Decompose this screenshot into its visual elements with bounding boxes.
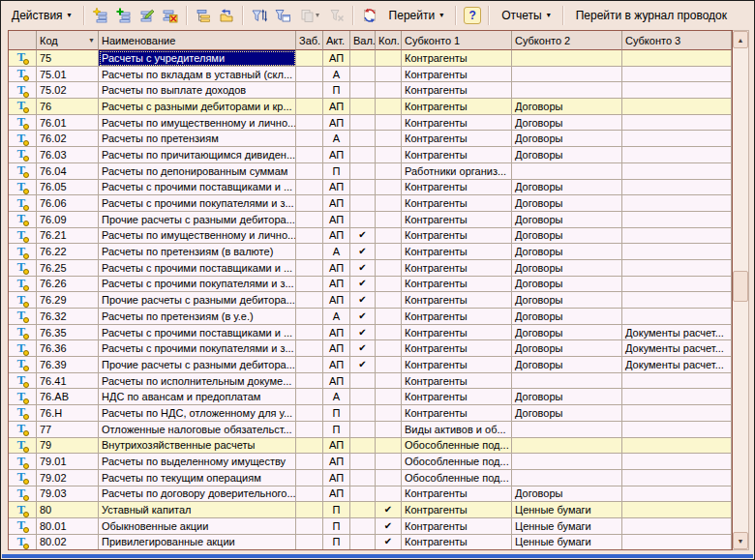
- cell-code[interactable]: 80: [37, 502, 99, 518]
- cell-kol[interactable]: [376, 486, 402, 503]
- cell-act[interactable]: АП: [323, 438, 350, 455]
- cell-sub3[interactable]: [622, 50, 732, 67]
- cell-val[interactable]: [350, 486, 376, 503]
- cell-sub3[interactable]: [622, 438, 732, 455]
- cell-act[interactable]: П: [323, 163, 350, 180]
- cell-sub3[interactable]: [622, 470, 732, 486]
- cell-act[interactable]: АП: [323, 292, 350, 309]
- cell-code[interactable]: 75.02: [37, 82, 99, 99]
- cell-sub3[interactable]: [622, 454, 732, 470]
- cell-val[interactable]: [350, 389, 376, 405]
- cell-sub2[interactable]: [512, 470, 622, 486]
- cell-name[interactable]: НДС по авансам и предоплатам: [99, 389, 296, 405]
- cell-act[interactable]: П: [323, 82, 350, 99]
- cell-sub1[interactable]: Контрагенты: [402, 277, 512, 293]
- cell-zab[interactable]: [296, 454, 323, 470]
- cell-sub3[interactable]: [622, 518, 732, 535]
- table-row[interactable]: Т 79 Внутрихозяйственные расчеты АП Обос…: [9, 438, 732, 455]
- goto-menu-button[interactable]: Перейти ▾: [381, 6, 452, 25]
- cell-sub3[interactable]: [622, 405, 732, 422]
- cell-sub2[interactable]: Договоры: [512, 212, 622, 228]
- cell-val[interactable]: [350, 115, 376, 132]
- cell-val[interactable]: [350, 163, 376, 180]
- cell-kol[interactable]: [376, 99, 402, 115]
- cell-sub3[interactable]: [622, 99, 732, 115]
- cell-sub1[interactable]: Контрагенты: [402, 67, 512, 83]
- cell-sub1[interactable]: Контрагенты: [402, 99, 512, 115]
- table-row[interactable]: Т 76.25 Расчеты с прочими поставщиками и…: [9, 260, 732, 277]
- cell-sub1[interactable]: Контрагенты: [402, 325, 512, 341]
- cell-val[interactable]: [350, 82, 376, 99]
- cell-sub3[interactable]: [622, 277, 732, 293]
- cell-sub3[interactable]: [622, 163, 732, 180]
- cell-name[interactable]: Расчеты с прочими покупателями и з...: [99, 277, 296, 293]
- cell-act[interactable]: П: [323, 502, 350, 518]
- cell-val[interactable]: [350, 438, 376, 455]
- table-row[interactable]: Т 75.01 Расчеты по вкладам в уставный (с…: [9, 67, 732, 83]
- cell-zab[interactable]: [296, 195, 323, 212]
- cell-sub1[interactable]: Контрагенты: [402, 486, 512, 503]
- cell-sub3[interactable]: [622, 502, 732, 518]
- cell-code[interactable]: 76.01: [37, 115, 99, 132]
- cell-sub2[interactable]: Договоры: [512, 260, 622, 277]
- cell-sub3[interactable]: Документы расчет...: [622, 340, 732, 357]
- cell-sub1[interactable]: Контрагенты: [402, 180, 512, 196]
- cell-sub3[interactable]: Документы расчет...: [622, 357, 732, 373]
- cell-act[interactable]: АП: [323, 340, 350, 357]
- cell-zab[interactable]: [296, 180, 323, 196]
- cell-sub2[interactable]: Договоры: [512, 244, 622, 260]
- cell-zab[interactable]: [296, 389, 323, 405]
- cell-zab[interactable]: [296, 470, 323, 486]
- vertical-scrollbar[interactable]: ▲ ▼: [733, 30, 749, 550]
- cell-kol[interactable]: [376, 244, 402, 260]
- cell-act[interactable]: П: [323, 405, 350, 422]
- cell-kol[interactable]: [376, 292, 402, 309]
- cell-sub3[interactable]: [622, 260, 732, 277]
- cell-act[interactable]: АП: [323, 195, 350, 212]
- cell-sub1[interactable]: Контрагенты: [402, 115, 512, 132]
- cell-sub2[interactable]: Договоры: [512, 309, 622, 325]
- cell-sub2[interactable]: Договоры: [512, 131, 622, 147]
- cell-kol[interactable]: [376, 438, 402, 455]
- cell-name[interactable]: Расчеты по исполнительным докуме...: [99, 373, 296, 390]
- cell-code[interactable]: 75: [37, 50, 99, 67]
- cell-kol[interactable]: [376, 405, 402, 422]
- reports-menu-button[interactable]: Отчеты ▾: [494, 6, 559, 25]
- table-row[interactable]: Т 76.35 Расчеты с прочими поставщиками и…: [9, 325, 732, 341]
- cell-zab[interactable]: [296, 325, 323, 341]
- cell-act[interactable]: А: [323, 309, 350, 325]
- column-header-code[interactable]: Код ▼: [37, 31, 99, 50]
- cell-sub3[interactable]: [622, 535, 732, 549]
- cell-sub2[interactable]: [512, 438, 622, 455]
- cell-sub2[interactable]: Договоры: [512, 180, 622, 196]
- cell-act[interactable]: АП: [323, 454, 350, 470]
- cell-sub2[interactable]: [512, 82, 622, 99]
- cell-val[interactable]: ✔: [350, 260, 376, 277]
- cell-sub1[interactable]: Контрагенты: [402, 212, 512, 228]
- cell-sub2[interactable]: Договоры: [512, 357, 622, 373]
- cell-sub2[interactable]: Договоры: [512, 277, 622, 293]
- cell-kol[interactable]: [376, 357, 402, 373]
- cell-act[interactable]: АП: [323, 470, 350, 486]
- cell-kol[interactable]: [376, 309, 402, 325]
- cell-act[interactable]: АП: [323, 99, 350, 115]
- cell-zab[interactable]: [296, 277, 323, 293]
- cell-kol[interactable]: [376, 260, 402, 277]
- move-item-button[interactable]: [215, 4, 238, 27]
- cell-sub2[interactable]: Ценные бумаги: [512, 518, 622, 535]
- cell-code[interactable]: 76.АВ: [37, 389, 99, 405]
- actions-menu-button[interactable]: Действия ▾: [4, 6, 79, 25]
- cell-sub1[interactable]: Контрагенты: [402, 147, 512, 163]
- cell-name[interactable]: Расчеты по имущественному и лично...: [99, 228, 296, 245]
- column-header-kol[interactable]: Кол.: [376, 31, 402, 50]
- cell-sub2[interactable]: [512, 67, 622, 83]
- cell-val[interactable]: [350, 470, 376, 486]
- scroll-down-button[interactable]: ▼: [733, 532, 748, 549]
- delete-button[interactable]: [159, 4, 182, 27]
- table-row[interactable]: Т 76.06 Расчеты с прочими покупателями и…: [9, 195, 732, 212]
- cell-val[interactable]: ✔: [350, 325, 376, 341]
- clear-filter-button[interactable]: [325, 4, 348, 27]
- cell-sub3[interactable]: [622, 131, 732, 147]
- cell-name[interactable]: Расчеты по депонированным суммам: [99, 163, 296, 180]
- cell-code[interactable]: 76.21: [37, 228, 99, 245]
